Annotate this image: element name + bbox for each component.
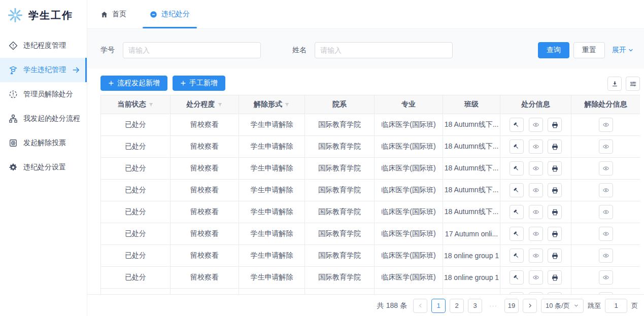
gear-icon bbox=[8, 162, 18, 172]
release-view-button[interactable] bbox=[599, 118, 613, 132]
manual-add-button[interactable]: 手工新增 bbox=[173, 76, 225, 91]
punish-view-button[interactable] bbox=[529, 270, 543, 285]
hammer-icon bbox=[513, 274, 520, 282]
release-view-button[interactable] bbox=[599, 139, 613, 154]
punish-print-button[interactable] bbox=[548, 183, 562, 197]
prev-page-button[interactable] bbox=[413, 299, 427, 313]
punish-edit-button[interactable] bbox=[510, 139, 524, 154]
cell-department: 国际教育学院 bbox=[305, 114, 375, 136]
punish-print-button[interactable] bbox=[548, 205, 562, 219]
punish-view-button[interactable] bbox=[529, 183, 543, 197]
sidebar-item-release-vote[interactable]: 发起解除投票 bbox=[0, 131, 87, 155]
student-id-input[interactable] bbox=[123, 42, 261, 58]
page-size-select[interactable]: 10 条/页 bbox=[541, 299, 584, 313]
hammer-icon bbox=[513, 208, 520, 216]
punish-edit-button[interactable] bbox=[510, 270, 524, 285]
sidebar: 学生工作 违纪程度管理 学生违纪管理 bbox=[0, 0, 87, 316]
cell-degree: 留校察看 bbox=[171, 158, 239, 180]
column-header-status[interactable]: 当前状态 bbox=[101, 95, 171, 114]
punish-print-button[interactable] bbox=[548, 161, 562, 175]
column-label: 解除形式 bbox=[254, 100, 282, 109]
cell-status: 已处分 bbox=[101, 158, 171, 180]
tab-discipline[interactable]: 违纪处分 bbox=[150, 0, 190, 28]
punish-view-button[interactable] bbox=[529, 161, 543, 175]
eye-icon bbox=[602, 274, 609, 281]
column-header-release-info: 解除处分信息 bbox=[571, 95, 640, 114]
punish-view-button[interactable] bbox=[529, 205, 543, 219]
punish-edit-button[interactable] bbox=[510, 161, 524, 175]
app-window: 学生工作 违纪程度管理 学生违纪管理 bbox=[0, 0, 644, 316]
hammer-icon bbox=[513, 230, 520, 238]
column-header-degree[interactable]: 处分程度 bbox=[171, 95, 239, 114]
cell-degree: 留校察看 bbox=[171, 180, 239, 201]
release-view-button[interactable] bbox=[599, 227, 613, 241]
punish-view-button[interactable] bbox=[529, 227, 543, 241]
release-view-button[interactable] bbox=[599, 183, 613, 197]
punish-print-button[interactable] bbox=[548, 227, 562, 241]
release-view-button[interactable] bbox=[599, 270, 613, 285]
sidebar-item-my-flows[interactable]: 我发起的处分流程 bbox=[0, 107, 87, 131]
page-button[interactable]: 1 bbox=[431, 299, 446, 313]
punish-view-button[interactable] bbox=[529, 249, 543, 263]
release-view-button[interactable] bbox=[599, 205, 613, 219]
cell-degree: 留校察看 bbox=[171, 289, 239, 295]
reset-button[interactable]: 重置 bbox=[573, 42, 605, 58]
release-view-button[interactable] bbox=[599, 249, 613, 263]
hammer-icon bbox=[513, 252, 520, 260]
cell-release-actions bbox=[571, 136, 640, 158]
punish-edit-button[interactable] bbox=[510, 227, 524, 241]
table-toolbar: 流程发起新增 手工新增 bbox=[100, 76, 640, 91]
cell-class: 18 online group 1 bbox=[443, 267, 500, 289]
query-button[interactable]: 查询 bbox=[538, 42, 569, 58]
cell-degree: 留校察看 bbox=[171, 114, 239, 136]
cell-major: 临床医学(国际班) bbox=[375, 136, 443, 158]
cell-punish-actions bbox=[500, 158, 571, 180]
cell-class: 18 Autumn线下... bbox=[443, 114, 500, 136]
page-button[interactable]: 2 bbox=[450, 299, 464, 313]
eye-icon bbox=[532, 121, 539, 128]
punish-print-button[interactable] bbox=[548, 118, 562, 132]
cell-class: 18 Autumn线下... bbox=[443, 158, 500, 180]
ballot-box-icon bbox=[8, 138, 18, 148]
cell-release-form: 学生申请解除 bbox=[239, 114, 305, 136]
expand-toggle[interactable]: 展开 bbox=[612, 46, 634, 55]
flow-add-button[interactable]: 流程发起新增 bbox=[100, 76, 167, 91]
punish-edit-button[interactable] bbox=[510, 183, 524, 197]
plus-icon bbox=[180, 80, 186, 86]
student-id-field-group: 学号 bbox=[100, 42, 261, 58]
sidebar-item-admin-release[interactable]: 管理员解除处分 bbox=[0, 82, 87, 107]
punish-view-button[interactable] bbox=[529, 139, 543, 154]
next-page-button[interactable] bbox=[523, 299, 537, 313]
release-view-button[interactable] bbox=[599, 161, 613, 175]
filter-funnel-icon bbox=[284, 102, 290, 108]
column-header-release-form[interactable]: 解除形式 bbox=[239, 95, 305, 114]
sidebar-item-discipline-settings[interactable]: 违纪处分设置 bbox=[0, 155, 87, 180]
cell-punish-actions bbox=[500, 201, 571, 223]
sidebar-item-student-violation[interactable]: 学生违纪管理 bbox=[0, 58, 87, 82]
punish-edit-button[interactable] bbox=[510, 205, 524, 219]
page-button[interactable]: 3 bbox=[468, 299, 482, 313]
sidebar-item-violation-degree[interactable]: 违纪程度管理 bbox=[0, 33, 87, 58]
download-button[interactable] bbox=[607, 77, 622, 91]
punish-edit-button[interactable] bbox=[510, 118, 524, 132]
page-button[interactable]: ··· bbox=[486, 299, 500, 313]
punish-edit-button[interactable] bbox=[510, 249, 524, 263]
printer-icon bbox=[551, 274, 559, 282]
eye-icon bbox=[602, 252, 609, 259]
eye-icon bbox=[532, 208, 539, 216]
discipline-circle-icon bbox=[150, 11, 157, 18]
jump-page-input[interactable] bbox=[605, 299, 627, 313]
name-input[interactable] bbox=[315, 42, 453, 58]
cell-class: 18 Autumn线下... bbox=[443, 180, 500, 201]
punish-print-button[interactable] bbox=[548, 139, 562, 154]
punish-view-button[interactable] bbox=[529, 118, 543, 132]
column-settings-button[interactable] bbox=[626, 77, 640, 91]
punish-print-button[interactable] bbox=[548, 270, 562, 285]
eye-icon bbox=[602, 230, 609, 237]
page-button[interactable]: 19 bbox=[504, 299, 519, 313]
cell-degree: 留校察看 bbox=[171, 267, 239, 289]
punish-print-button[interactable] bbox=[548, 249, 562, 263]
chevron-down-icon bbox=[628, 47, 634, 53]
hammer-icon bbox=[513, 187, 520, 194]
tab-home[interactable]: 首页 bbox=[100, 0, 126, 28]
